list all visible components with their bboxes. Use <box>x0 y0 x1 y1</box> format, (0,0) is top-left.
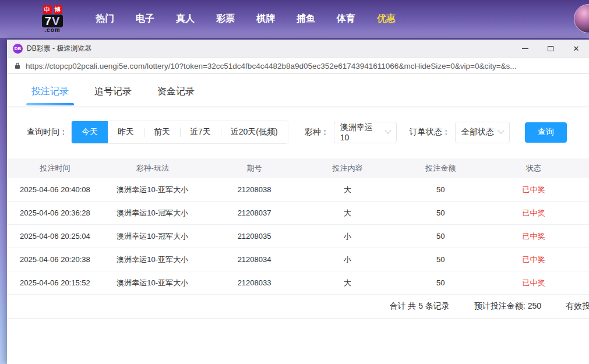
close-button[interactable]: ✕ <box>563 40 589 58</box>
nav-item-lottery[interactable]: 彩票 <box>216 13 235 25</box>
cell-bet-time: 2025-04-06 20:20:38 <box>7 255 103 264</box>
cell-bet-amount: 50 <box>388 185 493 194</box>
cell-status: 已中奖 <box>493 208 574 218</box>
nav-item-fishing[interactable]: 捕鱼 <box>297 13 315 25</box>
table-row: 2025-04-06 20:20:38 澳洲幸运10-亚军大小 21208034… <box>7 248 589 271</box>
logo-badge-shen: 申 <box>43 5 52 14</box>
cell-lottery-play: 澳洲幸运10-冠军大小 <box>103 208 202 218</box>
tab-bet-records[interactable]: 投注记录 <box>31 86 69 98</box>
tab-fund-records[interactable]: 资金记录 <box>157 86 195 98</box>
cell-status: 已中奖 <box>493 231 574 242</box>
time-option-yesterday[interactable]: 昨天 <box>108 121 144 143</box>
logo-badges: 申 博 <box>43 5 62 14</box>
cell-issue: 21208034 <box>202 255 307 264</box>
nav-item-boardgames[interactable]: 棋牌 <box>256 13 275 25</box>
cell-bet-content: 大 <box>306 208 388 218</box>
cell-bet-time: 2025-04-06 20:40:08 <box>7 185 103 194</box>
browser-window: DB DB彩票 - 极速浏览器 ✕ https://ctopcp02pcali.… <box>7 40 589 364</box>
lottery-select[interactable]: 澳洲幸运10 <box>334 122 397 143</box>
nav-item-sports[interactable]: 体育 <box>337 13 355 25</box>
logo-com: .com <box>44 27 60 33</box>
window-title-bar[interactable]: DB DB彩票 - 极速浏览器 ✕ <box>7 40 589 58</box>
order-status-select[interactable]: 全部状态 <box>455 122 510 143</box>
cell-bet-amount: 50 <box>388 232 493 241</box>
summary-total-records: 合计 共 5 条记录 <box>389 301 449 312</box>
cell-bet-content: 大 <box>306 278 388 288</box>
cell-lottery-play: 澳洲幸运10-亚军大小 <box>103 185 202 195</box>
nav-item-hot[interactable]: 热门 <box>96 13 114 25</box>
status-filter-label: 订单状态： <box>410 127 450 137</box>
nav-item-promotions[interactable]: 优惠 <box>377 13 396 25</box>
nav-item-electronic[interactable]: 电子 <box>136 13 154 25</box>
cell-bet-content: 大 <box>306 185 388 195</box>
window-controls: ✕ <box>512 40 589 58</box>
close-icon: ✕ <box>573 45 580 52</box>
logo-7: 7 <box>45 15 52 27</box>
search-button[interactable]: 查询 <box>525 122 567 143</box>
site-logo[interactable]: 申 博 7V .com <box>37 5 68 33</box>
col-header-bet-time: 投注时间 <box>7 163 103 174</box>
url-text[interactable]: https://ctopcp02pcali.uengi5e.com/lotter… <box>26 62 517 70</box>
maximize-icon <box>548 46 553 51</box>
table-row: 2025-04-06 20:36:28 澳洲幸运10-冠军大小 21208037… <box>7 202 589 225</box>
table-row: 2025-04-06 20:15:52 澳洲幸运10-亚军大小 21208033… <box>7 271 589 295</box>
cell-issue: 21208033 <box>202 278 307 287</box>
cell-status: 已中奖 <box>493 278 574 288</box>
table-header-row: 投注时间 彩种-玩法 期号 投注内容 投注金额 状态 <box>7 158 589 178</box>
cell-bet-amount: 50 <box>388 278 493 287</box>
cell-status: 已中奖 <box>493 185 574 195</box>
lottery-select-value: 澳洲幸运10 <box>340 122 381 142</box>
cell-status: 已中奖 <box>493 255 574 265</box>
table-row: 2025-04-06 20:40:08 澳洲幸运10-亚军大小 21208038… <box>7 178 589 202</box>
cell-bet-time: 2025-04-06 20:25:04 <box>7 232 103 241</box>
cell-bet-content: 小 <box>306 255 388 265</box>
window-title: DB彩票 - 极速浏览器 <box>27 44 91 54</box>
tab-bar: 投注记录 追号记录 资金记录 <box>7 74 589 107</box>
col-header-issue: 期号 <box>202 163 307 174</box>
browser-app-icon: DB <box>13 44 23 54</box>
tab-chase-records[interactable]: 追号记录 <box>94 86 132 98</box>
cell-lottery-play: 澳洲幸运10-冠军大小 <box>103 231 202 242</box>
time-filter-group: 今天 昨天 前天 近7天 近20天(低频) <box>71 121 288 144</box>
col-header-status: 状态 <box>493 163 574 174</box>
time-option-today[interactable]: 今天 <box>72 121 108 143</box>
cell-bet-amount: 50 <box>388 255 493 264</box>
time-option-20days[interactable]: 近20天(低频) <box>221 121 288 143</box>
nav-item-live[interactable]: 真人 <box>176 13 195 25</box>
summary-expected-amount: 预计投注金额: 250 <box>474 301 541 312</box>
logo-badge-bo: 博 <box>54 5 62 14</box>
order-status-value: 全部状态 <box>461 127 494 137</box>
col-header-bet-amount: 投注金额 <box>388 163 493 174</box>
time-option-daybefore[interactable]: 前天 <box>144 121 180 143</box>
maximize-button[interactable] <box>538 40 563 58</box>
logo-v: V <box>52 15 60 27</box>
cell-lottery-play: 澳洲幸运10-亚军大小 <box>103 255 202 265</box>
lottery-filter-label: 彩种： <box>305 127 329 137</box>
cell-issue: 21208038 <box>202 185 307 194</box>
cell-lottery-play: 澳洲幸运10-亚军大小 <box>103 278 202 288</box>
time-option-7days[interactable]: 近7天 <box>180 121 221 143</box>
page-content: 投注记录 追号记录 资金记录 查询时间： 今天 昨天 前天 近7天 近20天(低… <box>7 74 589 364</box>
time-filter-label: 查询时间： <box>27 127 68 137</box>
url-bar[interactable]: https://ctopcp02pcali.uengi5e.com/lotter… <box>7 58 589 74</box>
cell-bet-time: 2025-04-06 20:15:52 <box>7 278 103 287</box>
bet-records-table: 投注时间 彩种-玩法 期号 投注内容 投注金额 状态 2025-04-06 20… <box>7 158 589 319</box>
summary-valid-amount: 有效投注金额 <box>566 301 589 312</box>
cell-issue: 21208035 <box>202 232 307 241</box>
cell-bet-time: 2025-04-06 20:36:28 <box>7 208 103 217</box>
minimize-icon <box>522 48 528 49</box>
minimize-button[interactable] <box>512 40 538 58</box>
cell-bet-amount: 50 <box>388 208 493 217</box>
chevron-down-icon <box>498 128 504 134</box>
site-top-nav: 申 博 7V .com 热门 电子 真人 彩票 棋牌 捕鱼 体育 优惠 <box>0 0 589 38</box>
filter-bar: 查询时间： 今天 昨天 前天 近7天 近20天(低频) 彩种： 澳洲幸运10 订… <box>27 121 589 144</box>
col-header-bet-content: 投注内容 <box>306 163 388 174</box>
table-summary-row: 合计 共 5 条记录 预计投注金额: 250 有效投注金额 <box>7 295 589 319</box>
lock-icon <box>14 62 21 69</box>
logo-7v: 7V <box>42 15 63 27</box>
table-row: 2025-04-06 20:25:04 澳洲幸运10-冠军大小 21208035… <box>7 225 589 248</box>
col-header-lottery-play: 彩种-玩法 <box>103 163 202 174</box>
cell-bet-content: 小 <box>306 231 388 242</box>
user-avatar[interactable] <box>574 4 589 33</box>
cell-issue: 21208037 <box>202 208 307 217</box>
